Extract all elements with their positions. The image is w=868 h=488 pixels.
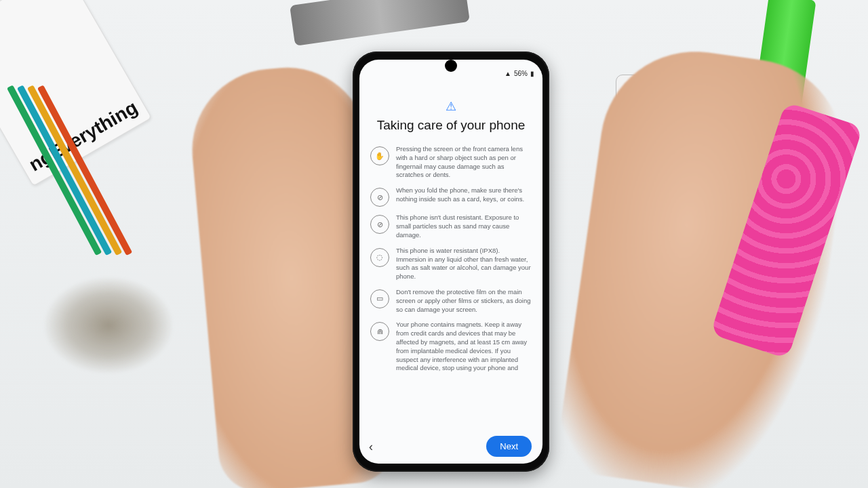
pencils-bundle — [0, 88, 95, 264]
front-camera-punchhole — [445, 60, 457, 72]
bottom-bar: Next — [359, 429, 542, 464]
tip-text: Don't remove the protective film on the … — [396, 288, 532, 314]
tip-row: ⊘When you fold the phone, make sure ther… — [370, 186, 532, 207]
battery-icon: ▮ — [530, 70, 534, 77]
tip-row: ▭Don't remove the protective film on the… — [370, 288, 532, 314]
alert-icon: ⚠ — [370, 99, 532, 114]
setup-content: ⚠ Taking care of your phone ✋Pressing th… — [359, 83, 542, 429]
tip-row: ⊘This phone isn't dust resistant. Exposu… — [370, 214, 532, 239]
tip-icon: ▭ — [370, 289, 389, 308]
tip-row: ✋Pressing the screen or the front camera… — [370, 145, 532, 180]
screwdriver-set — [290, 0, 470, 46]
tip-icon: ⋒ — [370, 322, 389, 341]
battery-text: 56% — [514, 70, 528, 77]
signal-icon: ▲ — [505, 70, 511, 77]
tip-icon: ◌ — [370, 248, 389, 267]
tip-text: When you fold the phone, make sure there… — [396, 186, 532, 204]
tip-text: This phone is water resistant (IPX8). Im… — [396, 247, 532, 281]
tip-text: This phone isn't dust resistant. Exposur… — [396, 214, 532, 239]
phone-device: ▲ 56% ▮ ⚠ Taking care of your phone ✋Pre… — [353, 52, 549, 472]
tip-text: Pressing the screen or the front camera … — [396, 145, 532, 180]
tip-row: ◌This phone is water resistant (IPX8). I… — [370, 247, 532, 281]
phone-screen[interactable]: ▲ 56% ▮ ⚠ Taking care of your phone ✋Pre… — [359, 60, 542, 464]
tip-row: ⋒Your phone contains magnets. Keep it aw… — [370, 321, 532, 373]
tip-icon: ✋ — [370, 146, 389, 165]
page-title: Taking care of your phone — [370, 118, 532, 133]
tip-icon: ⊘ — [370, 188, 389, 207]
tip-icon: ⊘ — [370, 215, 389, 234]
back-button[interactable]: ‹ — [369, 440, 373, 454]
next-button[interactable]: Next — [486, 436, 532, 457]
sand-pile — [27, 258, 190, 393]
tip-text: Your phone contains magnets. Keep it awa… — [396, 321, 532, 373]
tips-list: ✋Pressing the screen or the front camera… — [370, 145, 532, 373]
